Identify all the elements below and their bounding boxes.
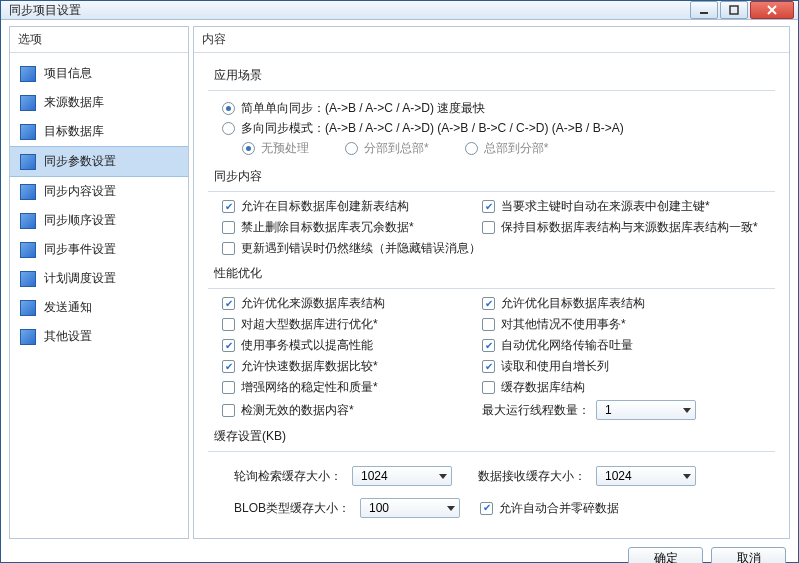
maxthreads-select[interactable]: 1 — [596, 400, 696, 420]
checkbox-label: 允许优化来源数据库表结构 — [241, 295, 385, 312]
checkbox-label: 当要求主键时自动在来源表中创建主键* — [501, 198, 710, 215]
sidebar-item-5[interactable]: 同步顺序设置 — [10, 206, 188, 235]
checkbox-label: 对超大型数据库进行优化* — [241, 316, 378, 333]
radio-sub-hq2branch[interactable] — [465, 142, 478, 155]
checkbox-label: 使用事务模式以提高性能 — [241, 337, 373, 354]
dialog-footer: 确定 取消 — [9, 539, 790, 563]
buffer-blob-select[interactable]: 100 — [360, 498, 460, 518]
checkbox-row[interactable]: 允许优化来源数据库表结构 — [222, 295, 472, 312]
chevron-down-icon — [439, 474, 447, 479]
checkbox-label: 更新遇到错误时仍然继续（并隐藏错误消息） — [241, 240, 481, 257]
checkbox[interactable] — [222, 360, 235, 373]
sidebar-item-1[interactable]: 来源数据库 — [10, 88, 188, 117]
sidebar-item-8[interactable]: 发送通知 — [10, 293, 188, 322]
chevron-down-icon — [683, 474, 691, 479]
checkbox[interactable] — [222, 242, 235, 255]
checkbox[interactable] — [482, 381, 495, 394]
sidebar-item-icon — [20, 271, 36, 287]
cancel-button[interactable]: 取消 — [711, 547, 786, 563]
radio-simple-row[interactable]: 简单单向同步：(A->B / A->C / A->D) 速度最快 — [222, 100, 775, 117]
checkbox-row[interactable]: 禁止删除目标数据库表冗余数据* — [222, 219, 472, 236]
checkbox-row[interactable]: 检测无效的数据内容* — [222, 400, 472, 420]
checkbox-label: 缓存数据库结构 — [501, 379, 585, 396]
checkbox[interactable] — [482, 297, 495, 310]
checkbox[interactable] — [482, 318, 495, 331]
dialog-window: 同步项目设置 选项 项目信息来源数据库目标数据库同步参数设置同步内容设置同步顺序… — [0, 0, 799, 563]
buffer-blob-label: BLOB类型缓存大小： — [234, 500, 350, 517]
sidebar-item-label: 同步事件设置 — [44, 241, 116, 258]
group-buffer: 轮询检索缓存大小： 1024 数据接收缓存大小： 1024 BLOB类型缓存大小… — [208, 451, 775, 528]
sidebar-item-0[interactable]: 项目信息 — [10, 59, 188, 88]
checkbox[interactable] — [222, 297, 235, 310]
sidebar-item-label: 目标数据库 — [44, 123, 104, 140]
buffer-row-1: 轮询检索缓存大小： 1024 数据接收缓存大小： 1024 — [228, 462, 775, 490]
checkbox-label: 允许快速数据库数据比较* — [241, 358, 378, 375]
checkbox[interactable] — [482, 221, 495, 234]
checkbox[interactable] — [482, 360, 495, 373]
checkbox-label: 自动优化网络传输吞吐量 — [501, 337, 633, 354]
buffer-recv-select[interactable]: 1024 — [596, 466, 696, 486]
buffer-poll: 轮询检索缓存大小： 1024 — [234, 466, 452, 486]
checkbox-row[interactable]: 保持目标数据库表结构与来源数据库表结构一致* — [482, 219, 775, 236]
checkbox-row[interactable]: 更新遇到错误时仍然继续（并隐藏错误消息） — [222, 240, 775, 257]
checkbox[interactable] — [222, 381, 235, 394]
group-perf: 允许优化来源数据库表结构允许优化目标数据库表结构对超大型数据库进行优化*对其他情… — [208, 288, 775, 422]
sidebar-item-icon — [20, 300, 36, 316]
sidebar-item-label: 来源数据库 — [44, 94, 104, 111]
content-body: 应用场景 简单单向同步：(A->B / A->C / A->D) 速度最快 多向… — [194, 53, 789, 538]
radio-multi-row[interactable]: 多向同步模式：(A->B / A->C / A->D) (A->B / B->C… — [222, 120, 775, 137]
radio-simple[interactable] — [222, 102, 235, 115]
radio-sub-nopre[interactable] — [242, 142, 255, 155]
checkbox[interactable] — [222, 339, 235, 352]
checkbox-row[interactable]: 对超大型数据库进行优化* — [222, 316, 472, 333]
sidebar-item-2[interactable]: 目标数据库 — [10, 117, 188, 146]
checkbox-row[interactable]: 允许在目标数据库创建新表结构 — [222, 198, 472, 215]
sidebar-item-icon — [20, 213, 36, 229]
sidebar-item-icon — [20, 242, 36, 258]
checkbox-label: 禁止删除目标数据库表冗余数据* — [241, 219, 414, 236]
checkbox-row[interactable]: 允许优化目标数据库表结构 — [482, 295, 775, 312]
checkbox-row[interactable]: 使用事务模式以提高性能 — [222, 337, 472, 354]
buffer-recv-value: 1024 — [605, 469, 632, 483]
checkbox-row[interactable]: 自动优化网络传输吞吐量 — [482, 337, 775, 354]
sidebar-item-icon — [20, 184, 36, 200]
sidebar-item-9[interactable]: 其他设置 — [10, 322, 188, 351]
checkbox[interactable] — [222, 200, 235, 213]
checkbox-label: 允许在目标数据库创建新表结构 — [241, 198, 409, 215]
checkbox-label: 读取和使用自增长列 — [501, 358, 609, 375]
sidebar-item-label: 同步参数设置 — [44, 153, 116, 170]
maximize-button[interactable] — [720, 1, 748, 19]
checkbox-row[interactable]: 读取和使用自增长列 — [482, 358, 775, 375]
checkbox-label: 允许优化目标数据库表结构 — [501, 295, 645, 312]
close-button[interactable] — [750, 1, 794, 19]
sidebar-item-label: 同步内容设置 — [44, 183, 116, 200]
ok-button[interactable]: 确定 — [628, 547, 703, 563]
sidebar-item-6[interactable]: 同步事件设置 — [10, 235, 188, 264]
content-panel: 内容 应用场景 简单单向同步：(A->B / A->C / A->D) 速度最快… — [193, 26, 790, 539]
buffer-poll-label: 轮询检索缓存大小： — [234, 468, 342, 485]
sidebar-item-3[interactable]: 同步参数设置 — [10, 146, 188, 177]
sidebar-item-icon — [20, 329, 36, 345]
checkbox[interactable] — [482, 339, 495, 352]
checkbox-row[interactable]: 允许快速数据库数据比较* — [222, 358, 472, 375]
checkbox[interactable] — [222, 221, 235, 234]
sidebar-item-7[interactable]: 计划调度设置 — [10, 264, 188, 293]
sidebar-item-4[interactable]: 同步内容设置 — [10, 177, 188, 206]
radio-multi-label: 多向同步模式：(A->B / A->C / A->D) (A->B / B->C… — [241, 120, 624, 137]
checkbox[interactable] — [222, 404, 235, 417]
radio-sub-branch2hq[interactable] — [345, 142, 358, 155]
checkbox-row[interactable]: 增强网络的稳定性和质量* — [222, 379, 472, 396]
maxthreads-row: 最大运行线程数量：1 — [482, 400, 775, 420]
buffer-poll-select[interactable]: 1024 — [352, 466, 452, 486]
checkbox-row[interactable]: 缓存数据库结构 — [482, 379, 775, 396]
group-scene: 简单单向同步：(A->B / A->C / A->D) 速度最快 多向同步模式：… — [208, 90, 775, 162]
checkbox-row[interactable]: 当要求主键时自动在来源表中创建主键* — [482, 198, 775, 215]
buffer-merge-row[interactable]: 允许自动合并零碎数据 — [480, 500, 619, 517]
ok-button-label: 确定 — [654, 550, 678, 563]
checkbox-row[interactable]: 对其他情况不使用事务* — [482, 316, 775, 333]
radio-multi[interactable] — [222, 122, 235, 135]
minimize-button[interactable] — [690, 1, 718, 19]
checkbox[interactable] — [222, 318, 235, 331]
checkbox[interactable] — [482, 200, 495, 213]
checkbox-merge[interactable] — [480, 502, 493, 515]
